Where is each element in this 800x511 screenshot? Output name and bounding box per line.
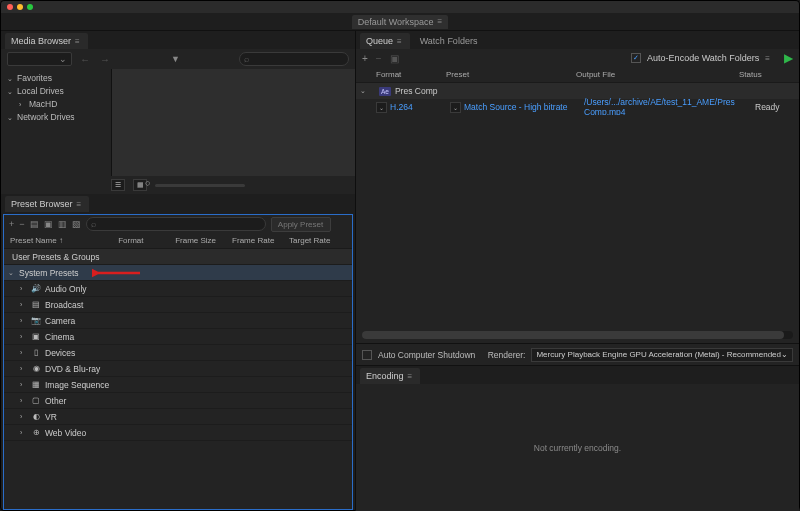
start-queue-button[interactable]: ▶ xyxy=(784,51,793,65)
duplicate-preset-icon[interactable]: ▣ xyxy=(44,219,53,229)
preset-category-row[interactable]: ›📷Camera xyxy=(4,313,352,329)
zoom-window-icon[interactable] xyxy=(27,4,33,10)
tree-local-drives[interactable]: ⌄Local Drives xyxy=(7,85,105,98)
media-browser-tabs: Media Browser ≡ xyxy=(1,31,355,49)
preset-dropdown[interactable]: ⌄ Match Source - High bitrate xyxy=(450,102,580,113)
media-path-dropdown[interactable]: ⌄ xyxy=(7,52,72,66)
chevron-down-icon: ⌄ xyxy=(360,87,367,95)
tab-preset-browser[interactable]: Preset Browser ≡ xyxy=(5,196,89,212)
tree-network-drives[interactable]: ⌄Network Drives xyxy=(7,111,105,124)
queue-output-row[interactable]: ⌄ H.264 ⌄ Match Source - High bitrate /U… xyxy=(356,99,799,115)
remove-preset-icon[interactable]: − xyxy=(19,219,24,229)
minimize-window-icon[interactable] xyxy=(17,4,23,10)
preset-category-row[interactable]: ›▣Cinema xyxy=(4,329,352,345)
film-icon: ▣ xyxy=(31,332,41,341)
preset-group-system[interactable]: ⌄ System Presets xyxy=(4,265,352,281)
preset-group-user[interactable]: User Presets & Groups xyxy=(4,249,352,265)
hamburger-icon[interactable]: ≡ xyxy=(397,37,402,46)
auto-shutdown-checkbox[interactable] xyxy=(362,350,372,360)
preset-label: Image Sequence xyxy=(45,380,109,390)
chevron-down-icon: ⌄ xyxy=(7,72,14,85)
media-tree: ⌄Favorites ⌄Local Drives ›MacHD ⌄Network… xyxy=(1,69,111,176)
preset-browser-panel: + − ▤ ▣ ▥ ▧ ⌕ Apply Preset Preset Name ↑… xyxy=(3,214,353,510)
hamburger-icon[interactable]: ≡ xyxy=(408,372,413,381)
camera-icon: 📷 xyxy=(31,316,41,325)
chevron-right-icon: › xyxy=(20,365,27,372)
image-icon: ▦ xyxy=(31,380,41,389)
output-path-link[interactable]: /Users/.../archive/AE/test_11_AME/Pres C… xyxy=(584,97,751,117)
search-icon: ⌕ xyxy=(244,54,249,64)
add-preset-icon[interactable]: + xyxy=(9,219,14,229)
status-text: Ready xyxy=(755,102,795,112)
col-preset-name[interactable]: Preset Name ↑ xyxy=(10,236,118,245)
preset-category-row[interactable]: ›▯Devices xyxy=(4,345,352,361)
preset-category-row[interactable]: ›▢Other xyxy=(4,393,352,409)
auto-shutdown-label: Auto Computer Shutdown xyxy=(378,350,475,360)
hamburger-icon[interactable]: ≡ xyxy=(77,200,82,209)
encoding-panel: Not currently encoding. xyxy=(356,384,799,511)
tab-queue[interactable]: Queue ≡ xyxy=(360,33,410,49)
chevron-right-icon: › xyxy=(20,413,27,420)
chevron-right-icon: › xyxy=(20,285,27,292)
tab-watch-folders[interactable]: Watch Folders xyxy=(414,33,486,49)
tab-media-browser[interactable]: Media Browser ≡ xyxy=(5,33,88,49)
col-format[interactable]: Format xyxy=(376,70,446,79)
hamburger-icon[interactable]: ≡ xyxy=(765,54,770,63)
preset-category-row[interactable]: ›◐VR xyxy=(4,409,352,425)
hamburger-icon[interactable]: ≡ xyxy=(75,37,80,46)
chevron-right-icon: › xyxy=(20,381,27,388)
disc-icon: ◉ xyxy=(31,364,41,373)
auto-encode-checkbox[interactable]: ✓ xyxy=(631,53,641,63)
settings-preset-icon[interactable]: ▤ xyxy=(30,219,39,229)
col-format[interactable]: Format xyxy=(118,236,175,245)
preset-label: Other xyxy=(45,396,66,406)
col-output[interactable]: Output File xyxy=(576,70,739,79)
tab-label: Preset Browser xyxy=(11,199,73,209)
workspace-selector[interactable]: Default Workspace ≡ xyxy=(352,15,449,29)
col-frame-size[interactable]: Frame Size xyxy=(175,236,232,245)
vr-icon: ◐ xyxy=(31,412,41,421)
export-preset-icon[interactable]: ▧ xyxy=(72,219,81,229)
close-window-icon[interactable] xyxy=(7,4,13,10)
nav-forward-icon[interactable]: → xyxy=(98,54,112,65)
media-content-area[interactable] xyxy=(111,69,355,176)
queue-tabs: Queue ≡ Watch Folders xyxy=(356,31,799,49)
tab-label: Media Browser xyxy=(11,36,71,46)
preset-category-row[interactable]: ›◉DVD & Blu-ray xyxy=(4,361,352,377)
renderer-dropdown[interactable]: Mercury Playback Engine GPU Acceleration… xyxy=(531,348,793,362)
col-frame-rate[interactable]: Frame Rate xyxy=(232,236,289,245)
chevron-down-icon: ⌄ xyxy=(59,54,67,64)
chevron-down-icon: ⌄ xyxy=(7,85,14,98)
filter-icon[interactable]: ▼ xyxy=(171,54,180,64)
duplicate-source-button[interactable]: ▣ xyxy=(390,53,399,64)
preset-category-row[interactable]: ›🔊Audio Only xyxy=(4,281,352,297)
queue-panel: + − ▣ ✓ Auto-Encode Watch Folders ≡ ▶ Fo… xyxy=(356,49,799,366)
chevron-right-icon: › xyxy=(20,397,27,404)
preset-category-row[interactable]: ›▦Image Sequence xyxy=(4,377,352,393)
remove-source-button[interactable]: − xyxy=(376,53,382,64)
app-window: Default Workspace ≡ Media Browser ≡ ⌄ ← … xyxy=(0,0,800,511)
apply-preset-button[interactable]: Apply Preset xyxy=(271,217,331,232)
import-preset-icon[interactable]: ▥ xyxy=(58,219,67,229)
col-preset[interactable]: Preset xyxy=(446,70,576,79)
preset-category-row[interactable]: ›⊕Web Video xyxy=(4,425,352,441)
tree-item-machd[interactable]: ›MacHD xyxy=(7,98,105,111)
horizontal-scrollbar[interactable] xyxy=(362,331,793,339)
preset-category-row[interactable]: ›▤Broadcast xyxy=(4,297,352,313)
folder-icon: ▢ xyxy=(31,396,41,405)
nav-back-icon[interactable]: ← xyxy=(78,54,92,65)
format-dropdown[interactable]: ⌄ H.264 xyxy=(376,102,446,113)
media-search-input[interactable]: ⌕ xyxy=(239,52,349,66)
list-view-button[interactable]: ☰ xyxy=(111,179,125,191)
col-target-rate[interactable]: Target Rate xyxy=(289,236,346,245)
preset-search-input[interactable]: ⌕ xyxy=(86,217,266,231)
tree-favorites[interactable]: ⌄Favorites xyxy=(7,72,105,85)
auto-encode-label: Auto-Encode Watch Folders xyxy=(647,53,759,63)
preset-label: Cinema xyxy=(45,332,74,342)
zoom-slider[interactable] xyxy=(155,184,245,187)
speaker-icon: 🔊 xyxy=(31,284,41,293)
globe-icon: ⊕ xyxy=(31,428,41,437)
col-status[interactable]: Status xyxy=(739,70,779,79)
add-source-button[interactable]: + xyxy=(362,53,368,64)
tab-encoding[interactable]: Encoding ≡ xyxy=(360,368,420,384)
